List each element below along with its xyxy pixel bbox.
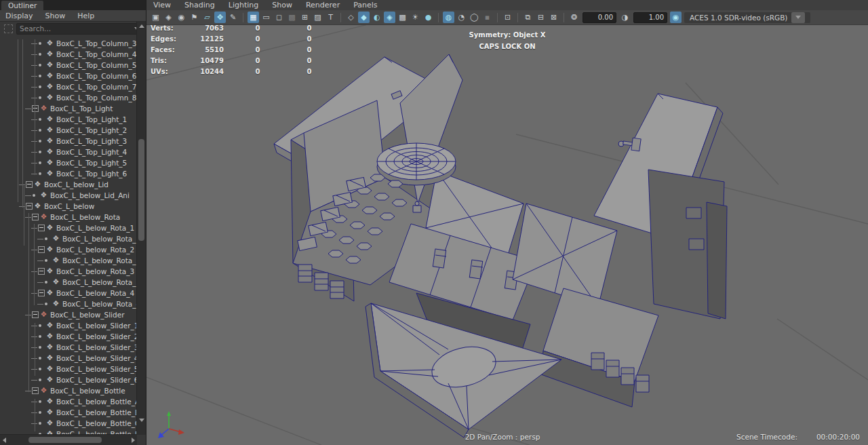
outliner-item[interactable]: ❖BoxC_L_below_Rota_4_eff [0, 298, 137, 309]
outliner-item[interactable]: ❖BoxC_L_below_Rota_3_eff [0, 277, 137, 288]
collapse-expander-icon[interactable] [31, 212, 39, 222]
viewport-menu-item[interactable]: View [153, 1, 171, 9]
wireframe-on-shaded-icon[interactable]: ◈ [384, 12, 395, 23]
outliner-item[interactable]: ❖BoxC_L_below_Slider_1 [0, 320, 137, 331]
xray-icon[interactable]: ⧉ [522, 12, 534, 23]
safe-action-icon[interactable]: ▨ [312, 12, 323, 23]
viewport-menu-item[interactable]: Panels [353, 1, 377, 9]
textures-icon[interactable]: ▩ [397, 12, 408, 23]
outliner-item[interactable]: ❖BoxC_L_Top_Light_5 [0, 157, 137, 168]
shadows-icon[interactable]: ● [422, 12, 434, 23]
outliner-item[interactable]: ❖BoxC_L_below_Bottle_C [0, 418, 137, 429]
grease-pencil-icon[interactable]: ✎ [227, 12, 239, 23]
viewport-menu-item[interactable]: Lighting [229, 1, 258, 9]
scroll-down-icon[interactable] [137, 416, 146, 424]
outliner-item[interactable]: ❖BoxC_L_below_Slider [0, 309, 137, 320]
snapshot-icon[interactable]: ⊠ [548, 12, 559, 23]
scroll-right-icon[interactable] [129, 436, 137, 444]
outliner-item[interactable]: ❖BoxC_L_below_Slider_5 [0, 364, 137, 374]
outliner-item[interactable]: ❖BoxC_L_below_Rota_2 [0, 244, 137, 255]
bookmark-icon[interactable]: ⚑ [189, 12, 200, 23]
film-gate-icon[interactable]: ▭ [260, 12, 272, 23]
lights-icon[interactable]: ☀ [410, 12, 421, 23]
collapse-expander-icon[interactable] [25, 179, 33, 190]
anti-aliasing-icon[interactable]: ◯ [469, 12, 480, 23]
resolution-gate-icon[interactable]: ◻ [273, 12, 285, 23]
pan-zoom-icon[interactable]: ✥ [214, 12, 226, 23]
outliner-horizontal-scrollbar[interactable] [0, 434, 137, 445]
image-plane-icon[interactable]: ▱ [201, 12, 213, 23]
outliner-item[interactable]: ❖BoxC_L_Top_Column_7 [0, 81, 137, 92]
outliner-item[interactable]: ❖BoxC_L_below_Rota_3 [0, 266, 137, 277]
chevron-down-icon[interactable] [791, 12, 805, 23]
outliner-item[interactable]: ❖BoxC_L_below_Slider_6 [0, 374, 137, 385]
outliner-vertical-scrollbar[interactable] [136, 22, 146, 435]
scrollbar-thumb[interactable] [138, 139, 144, 241]
outliner-item[interactable]: ❖BoxC_L_Top_Column_4 [0, 49, 137, 60]
collapse-expander-icon[interactable] [37, 288, 45, 298]
outliner-item[interactable]: ❖BoxC_L_below_Bottle_A [0, 396, 137, 407]
color-management-icon[interactable]: ◉ [670, 12, 682, 23]
outliner-item[interactable]: ❖BoxC_L_below_Lid_Ani [0, 190, 137, 201]
safe-title-icon[interactable]: T [325, 12, 336, 23]
motion-blur-icon[interactable]: ◔ [456, 12, 467, 23]
outliner-item[interactable]: ❖BoxC_L_below_Rota_1_eff [0, 233, 137, 244]
select-camera-icon[interactable]: ▣ [150, 12, 161, 23]
camera-attributes-icon[interactable]: ◉ [176, 12, 187, 23]
gamma-field[interactable]: 1.00 [633, 12, 667, 23]
collapse-expander-icon[interactable] [25, 201, 33, 212]
xray-joints-icon[interactable]: ⊟ [535, 12, 547, 23]
smooth-shade-all-icon[interactable]: ◆ [358, 12, 370, 23]
outliner-menu-item[interactable]: Display [5, 12, 33, 20]
collapse-expander-icon[interactable] [31, 309, 39, 320]
gate-mask-icon[interactable]: ▩ [286, 12, 298, 23]
collapse-expander-icon[interactable] [37, 266, 45, 277]
outliner-tab[interactable]: Outliner [1, 1, 43, 10]
outliner-item[interactable]: ❖BoxC_L_Top_Light [0, 103, 137, 114]
scrollbar-thumb[interactable] [28, 437, 102, 443]
search-input[interactable]: Search... [16, 23, 143, 35]
outliner-item[interactable]: ❖BoxC_L_Top_Column_8 [0, 92, 137, 103]
outliner-item[interactable]: ❖BoxC_L_below_Bottle_B [0, 407, 137, 418]
outliner-item[interactable]: ❖BoxC_L_below_Slider_2 [0, 331, 137, 342]
viewport-menu-item[interactable]: Show [272, 1, 292, 9]
scroll-left-icon[interactable] [0, 436, 8, 444]
collapse-expander-icon[interactable] [31, 385, 39, 396]
depth-of-field-icon[interactable]: ▪ [481, 12, 493, 23]
outliner-item[interactable]: ❖BoxC_L_Top_Column_5 [0, 60, 137, 71]
outliner-item[interactable]: ❖BoxC_L_below_Rota_2_eff [0, 255, 137, 266]
outliner-item[interactable]: ❖BoxC_L_Top_Column_6 [0, 71, 137, 81]
wireframe-icon[interactable]: ◇ [345, 12, 357, 23]
field-chart-icon[interactable]: ⊞ [299, 12, 311, 23]
gamma-icon[interactable]: ◑ [619, 12, 631, 23]
outliner-item[interactable]: ❖BoxC_L_Top_Light_1 [0, 114, 137, 125]
grid-icon[interactable]: ▦ [248, 12, 259, 23]
outliner-item[interactable]: ❖BoxC_L_below_Rota_1 [0, 222, 137, 233]
outliner-item[interactable]: ❖BoxC_L_below [0, 201, 137, 212]
collapse-expander-icon[interactable] [37, 222, 45, 233]
outliner-item[interactable]: ❖BoxC_L_below_Rota_4 [0, 288, 137, 298]
outliner-item[interactable]: ❖BoxC_L_Top_Light_2 [0, 125, 137, 136]
collapse-expander-icon[interactable] [37, 244, 45, 255]
outliner-menu-item[interactable]: Show [45, 12, 66, 20]
outliner-item[interactable]: ❖BoxC_L_below_Slider_3 [0, 342, 137, 353]
outliner-menu-item[interactable]: Help [77, 12, 94, 20]
isolate-select-icon[interactable]: ⊡ [502, 12, 513, 23]
outliner-item[interactable]: ❖BoxC_L_Top_Column_3 [0, 38, 137, 49]
outliner-item[interactable]: ❖BoxC_L_below_Lid [0, 179, 137, 190]
textured-icon[interactable]: ◐ [371, 12, 382, 23]
lock-camera-icon[interactable]: ◈ [163, 12, 174, 23]
viewport-menu-item[interactable]: Renderer [306, 1, 340, 9]
exposure-field[interactable]: 0.00 [583, 12, 616, 23]
filter-icon[interactable] [4, 24, 13, 33]
exposure-icon[interactable]: ❂ [568, 12, 580, 23]
outliner-item[interactable]: ❖BoxC_L_below_Bottle [0, 385, 137, 396]
outliner-item[interactable]: ❖BoxC_L_Top_Light_6 [0, 168, 137, 179]
outliner-item[interactable]: ❖BoxC_L_Top_Light_3 [0, 136, 137, 147]
ambient-occlusion-icon[interactable]: ◍ [443, 12, 454, 23]
outliner-item[interactable]: ❖BoxC_L_below_Rota [0, 212, 137, 222]
outliner-item[interactable]: ❖BoxC_L_Top_Light_4 [0, 147, 137, 157]
color-space-select[interactable]: ACES 1.0 SDR-video (sRGB) [684, 12, 810, 23]
scroll-up-icon[interactable] [137, 22, 146, 30]
outliner-item[interactable]: ❖BoxC_L_below_Slider_4 [0, 353, 137, 364]
